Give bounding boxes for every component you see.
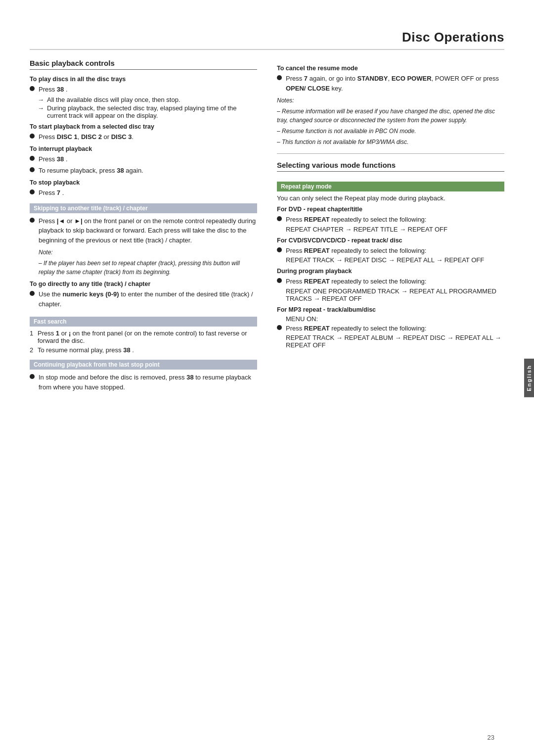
bullet-dot — [30, 189, 35, 194]
arrow-sym: → — [38, 104, 44, 112]
item-num: 2 — [30, 346, 38, 354]
bullet-text: Press DISC 1, DISC 2 or DISC 3. — [39, 132, 257, 142]
subsec-interrupt: To interrupt playback — [30, 145, 257, 152]
bullet-text: Press REPEAT repeatedly to select the fo… — [286, 277, 504, 286]
subsec-cancel-resume: To cancel the resume mode — [277, 65, 504, 72]
skip-note: Note: – If the player has been set to re… — [39, 248, 257, 277]
arrow-item-1: → All the available discs will play once… — [38, 96, 257, 103]
arrow-sym: → — [38, 96, 44, 103]
bullet-resume: To resume playback, press 38 again. — [30, 166, 257, 176]
bullet-dot — [277, 278, 282, 283]
bullet-text: Press 7 . — [39, 188, 257, 198]
bullet-text: Press 38 . — [39, 85, 257, 94]
select-mode-title: Selecting various mode functions — [277, 161, 504, 172]
subsec-start-selected: To start playback from a selected disc t… — [30, 123, 257, 130]
dvd-sequence: REPEAT CHAPTER → REPEAT TITLE → REPEAT O… — [286, 226, 504, 233]
two-col-layout: Basic playback controls To play discs in… — [30, 59, 504, 394]
subsec-dvd-repeat: For DVD - repeat chapter/title — [277, 206, 504, 213]
bullet-text: Press 38 . — [39, 154, 257, 164]
page-title: Disc Operations — [30, 30, 504, 50]
bullet-dot — [277, 247, 282, 252]
page-container: Disc Operations Basic playback controls … — [0, 0, 534, 756]
bullet-stop: Press 7 . — [30, 188, 257, 198]
subsec-cvd-repeat: For CVD/SVCD/VCD/CD - repeat track/ disc — [277, 237, 504, 244]
right-notes: Notes: – Resume information will be eras… — [277, 96, 504, 146]
repeat-mode-highlight: Repeat play mode — [277, 182, 504, 191]
bullet-dot — [30, 218, 35, 223]
fast-search-item-2: 2 To resume normal play, press 38 . — [30, 346, 257, 354]
subsec-mp3-repeat: For MP3 repeat - track/album/disc — [277, 306, 504, 313]
cvd-sequence: REPEAT TRACK → REPEAT DISC → REPEAT ALL … — [286, 256, 504, 264]
bullet-dot — [277, 325, 282, 330]
bullet-dot — [277, 216, 282, 221]
mp3-menu-on: MENU ON: — [286, 315, 504, 323]
bullet-press38-interrupt: Press 38 . — [30, 154, 257, 164]
bullet-text: Press |◄ or ►| on the front panel or on … — [39, 216, 257, 245]
english-tab: English — [524, 359, 534, 397]
bullet-cancel-resume: Press 7 again, or go into STANDBY, ECO P… — [277, 74, 504, 93]
left-section-title: Basic playback controls — [30, 59, 257, 70]
arrow-text: All the available discs will play once, … — [47, 96, 180, 103]
bullet-text: To resume playback, press 38 again. — [39, 166, 257, 176]
bullet-mp3-repeat: Press REPEAT repeatedly to select the fo… — [277, 324, 504, 333]
mp3-sequence: REPEAT TRACK → REPEAT ALBUM → REPEAT DIS… — [286, 334, 504, 349]
bullet-disc: Press DISC 1, DISC 2 or DISC 3. — [30, 132, 257, 142]
bullet-text: Press REPEAT repeatedly to select the fo… — [286, 246, 504, 256]
item-num: 1 — [30, 330, 38, 337]
bullet-text: In stop mode and before the disc is remo… — [39, 373, 257, 392]
left-column: Basic playback controls To play discs in… — [30, 59, 257, 394]
bullet-cvd-repeat: Press REPEAT repeatedly to select the fo… — [277, 246, 504, 256]
fast-search-highlight: Fast search — [30, 317, 257, 327]
item-text: Press 1 or ¡ on the front panel (or on t… — [38, 330, 257, 344]
item-text: To resume normal play, press 38 . — [38, 346, 134, 354]
bullet-dvd-repeat: Press REPEAT repeatedly to select the fo… — [277, 215, 504, 225]
bullet-press38-play: Press 38 . — [30, 85, 257, 94]
subsec-program-repeat: During program playback — [277, 268, 504, 275]
fast-search-item-1: 1 Press 1 or ¡ on the front panel (or on… — [30, 330, 257, 344]
bullet-dot — [30, 156, 35, 161]
bullet-dot — [30, 374, 35, 379]
bullet-text: Press REPEAT repeatedly to select the fo… — [286, 324, 504, 333]
bullet-dot — [30, 291, 35, 296]
subsec-play-discs: To play discs in all the disc trays — [30, 76, 257, 83]
bullet-dot — [30, 86, 35, 91]
continuing-highlight: Continuing playback from the last stop p… — [30, 360, 257, 370]
skip-highlight: Skipping to another title (track) / chap… — [30, 203, 257, 213]
divider — [277, 153, 504, 154]
repeat-intro: You can only select the Repeat play mode… — [277, 194, 504, 202]
page-number: 23 — [488, 734, 494, 741]
bullet-text: Use the numeric keys (0-9) to enter the … — [39, 289, 257, 309]
arrow-item-2: → During playback, the selected disc tra… — [38, 104, 257, 119]
bullet-dot — [277, 75, 282, 80]
program-sequence: REPEAT ONE PROGRAMMED TRACK → REPEAT ALL… — [286, 287, 504, 302]
bullet-dot — [30, 134, 35, 139]
subsec-stop: To stop playback — [30, 179, 257, 186]
bullet-text: Press REPEAT repeatedly to select the fo… — [286, 215, 504, 225]
arrow-text: During playback, the selected disc tray,… — [47, 104, 257, 119]
bullet-program-repeat: Press REPEAT repeatedly to select the fo… — [277, 277, 504, 286]
bullet-continuing: In stop mode and before the disc is remo… — [30, 373, 257, 392]
right-column: To cancel the resume mode Press 7 again,… — [277, 59, 504, 352]
bullet-goto: Use the numeric keys (0-9) to enter the … — [30, 289, 257, 309]
subsec-goto: To go directly to any title (track) / ch… — [30, 281, 257, 287]
bullet-skip: Press |◄ or ►| on the front panel or on … — [30, 216, 257, 245]
bullet-dot — [30, 167, 35, 172]
bullet-text: Press 7 again, or go into STANDBY, ECO P… — [286, 74, 504, 93]
